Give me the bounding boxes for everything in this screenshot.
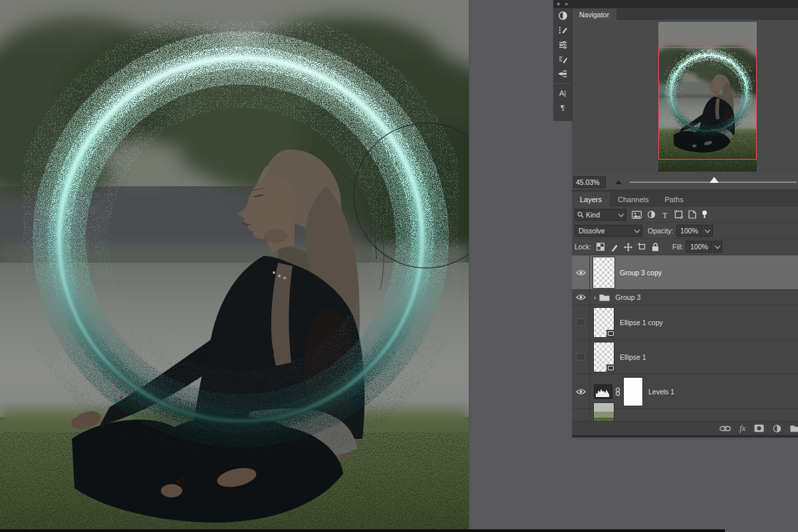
navigator-thumbnail[interactable] bbox=[658, 22, 757, 172]
tab-channels[interactable]: Channels bbox=[610, 192, 656, 207]
levels-adjustment-icon[interactable] bbox=[594, 384, 612, 399]
paragraph-icon[interactable]: ¶ bbox=[553, 100, 572, 115]
layer-visibility-empty-well[interactable] bbox=[572, 340, 590, 374]
layer-thumbnail[interactable] bbox=[593, 307, 614, 338]
layer-thumbnail[interactable] bbox=[593, 402, 614, 421]
mask-link-icon[interactable] bbox=[615, 387, 620, 396]
navigator-zoom-row: 45.03% bbox=[572, 174, 798, 190]
character-icon[interactable]: A| bbox=[553, 86, 572, 100]
lock-image-pixels-icon[interactable] bbox=[610, 243, 618, 251]
properties-icon[interactable] bbox=[553, 37, 572, 52]
panel-bottom-edge bbox=[572, 435, 798, 438]
layers-list: Group 3 copy›Group 3Ellipse 1 copyEllips… bbox=[572, 255, 798, 421]
brush-presets-icon[interactable] bbox=[553, 52, 572, 66]
search-icon bbox=[577, 211, 584, 218]
dock-divider bbox=[554, 83, 571, 84]
document-window-edge bbox=[0, 529, 725, 532]
lock-position-icon[interactable] bbox=[624, 243, 632, 251]
layer-name[interactable]: Ellipse 1 bbox=[620, 353, 646, 361]
document-image bbox=[0, 0, 469, 532]
layer-visibility-eye-icon[interactable] bbox=[572, 374, 590, 408]
brush-settings-icon[interactable] bbox=[553, 23, 572, 37]
layer-filter-toggle-icon[interactable] bbox=[702, 210, 708, 219]
fill-label: Fill: bbox=[672, 243, 683, 251]
layer-visibility-eye-icon[interactable] bbox=[572, 409, 590, 421]
layer-name[interactable]: Ellipse 1 copy bbox=[620, 319, 663, 327]
close-icon[interactable]: × bbox=[557, 0, 560, 8]
opacity-dropdown-button[interactable] bbox=[704, 225, 713, 237]
layer-name[interactable]: Group 3 bbox=[615, 293, 640, 301]
navigator-panel bbox=[572, 20, 798, 174]
link-layers-icon[interactable] bbox=[720, 426, 731, 432]
lock-all-icon[interactable] bbox=[652, 243, 659, 251]
lock-transparent-pixels-icon[interactable] bbox=[597, 243, 604, 251]
shape-layer-filter-icon[interactable] bbox=[674, 210, 683, 219]
panel-group-header: × » bbox=[553, 0, 798, 8]
pixel-layer-filter-icon[interactable] bbox=[632, 211, 642, 219]
layer-mask-thumbnail[interactable] bbox=[623, 377, 643, 406]
layer-thumbnail[interactable] bbox=[593, 342, 614, 372]
group-disclosure-icon[interactable]: › bbox=[594, 294, 596, 301]
layers-tab-bar: Layers Channels Paths bbox=[572, 190, 798, 207]
layer-row[interactable]: Ellipse 1 bbox=[572, 340, 798, 374]
zoom-out-icon[interactable] bbox=[615, 180, 622, 184]
opacity-label: Opacity: bbox=[648, 227, 674, 235]
shape-layer-badge-icon bbox=[606, 330, 614, 338]
shape-layer-badge-icon bbox=[606, 364, 614, 372]
adjustment-layer-filter-icon[interactable] bbox=[647, 210, 656, 219]
layer-name[interactable]: Group 3 copy bbox=[620, 269, 662, 277]
layer-visibility-eye-icon[interactable] bbox=[572, 255, 590, 289]
layer-thumbnail[interactable] bbox=[593, 257, 614, 288]
blend-mode-row: Dissolve Opacity: 100% bbox=[572, 223, 798, 239]
lock-row: Lock: Fill: 100% bbox=[572, 239, 798, 255]
smart-object-filter-icon[interactable] bbox=[688, 210, 696, 219]
lock-label: Lock: bbox=[575, 243, 591, 251]
panel-stack: Navigator 45.03% Layers Channels Paths K… bbox=[572, 8, 798, 437]
svg-text:T: T bbox=[662, 211, 668, 219]
tab-paths[interactable]: Paths bbox=[657, 192, 692, 207]
layer-filter-row: Kind T bbox=[572, 207, 798, 223]
canvas-area[interactable] bbox=[0, 0, 469, 532]
collapse-panels-icon[interactable]: » bbox=[565, 0, 568, 8]
layer-style-fx-icon[interactable]: fx bbox=[739, 424, 745, 434]
tab-layers[interactable]: Layers bbox=[572, 192, 610, 207]
blend-mode-select[interactable]: Dissolve bbox=[575, 225, 642, 237]
fill-dropdown-button[interactable] bbox=[713, 241, 722, 253]
navigator-tab-bar: Navigator bbox=[572, 8, 798, 20]
type-layer-filter-icon[interactable]: T bbox=[661, 211, 669, 219]
tool-presets-icon[interactable] bbox=[553, 66, 572, 81]
layers-bottom-bar: fx bbox=[572, 421, 798, 435]
layer-name[interactable]: Levels 1 bbox=[648, 388, 674, 396]
layer-row[interactable]: ›Group 3 bbox=[572, 290, 798, 305]
filter-kind-select[interactable]: Kind bbox=[575, 209, 626, 221]
layer-visibility-eye-icon[interactable] bbox=[572, 290, 590, 305]
layer-visibility-empty-well[interactable] bbox=[572, 305, 590, 339]
zoom-slider-thumb[interactable] bbox=[710, 177, 719, 183]
layer-row[interactable]: Ellipse 1 copy bbox=[572, 305, 798, 340]
layer-row[interactable] bbox=[572, 409, 798, 421]
layer-row[interactable]: Group 3 copy bbox=[572, 255, 798, 290]
opacity-value-field[interactable]: 100% bbox=[676, 225, 703, 237]
new-adjustment-layer-icon[interactable] bbox=[773, 424, 781, 433]
group-folder-icon bbox=[599, 293, 610, 301]
collapsed-panel-dock: A| ¶ bbox=[553, 8, 573, 121]
zoom-slider[interactable] bbox=[630, 182, 797, 183]
adjustments-icon[interactable] bbox=[553, 8, 572, 23]
navigator-proxy-view[interactable] bbox=[658, 47, 757, 160]
add-layer-mask-icon[interactable] bbox=[754, 424, 764, 432]
fill-value-field[interactable]: 100% bbox=[686, 241, 712, 253]
chevron-down-icon bbox=[618, 211, 624, 216]
zoom-percent-field[interactable]: 45.03% bbox=[573, 176, 606, 188]
tab-navigator[interactable]: Navigator bbox=[572, 9, 616, 21]
chevron-down-icon bbox=[634, 227, 640, 232]
new-group-icon[interactable] bbox=[790, 424, 798, 432]
lock-artboard-icon[interactable] bbox=[638, 243, 646, 251]
